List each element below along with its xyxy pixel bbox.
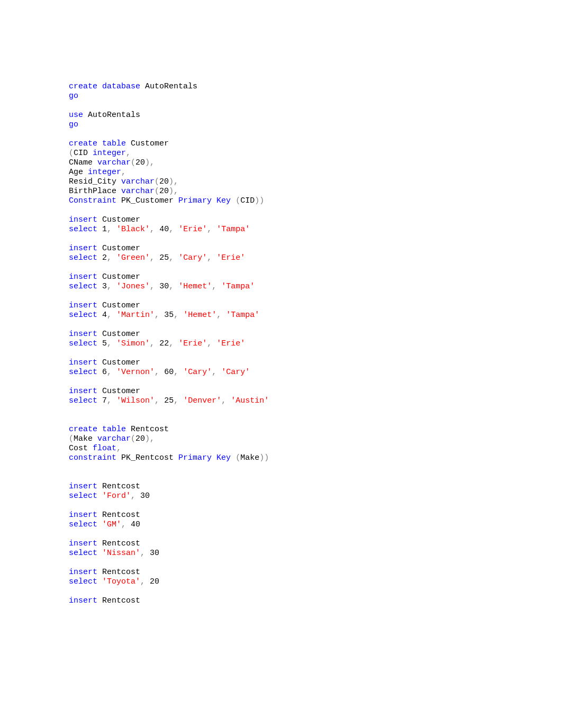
kw-create: create	[69, 82, 97, 91]
kw-database: database	[102, 82, 140, 91]
kw-select: select	[69, 282, 97, 291]
comma: ,	[207, 253, 212, 262]
comma: ,	[216, 311, 221, 320]
kw-insert: insert	[69, 215, 97, 224]
comma: ,	[121, 520, 126, 529]
id-customer: Customer	[102, 330, 140, 339]
kw-insert: insert	[69, 330, 97, 339]
kw-select: select	[69, 549, 97, 558]
paren-close-close: ))	[255, 196, 264, 205]
str-austin: 'Austin'	[231, 396, 269, 405]
paren-close-close: ))	[259, 453, 269, 462]
num-3: 3	[102, 282, 107, 291]
num-4: 4	[102, 311, 107, 320]
str-tampa: 'Tampa'	[216, 225, 250, 234]
num-20: 20	[150, 577, 159, 586]
str-cary: 'Cary'	[221, 368, 250, 377]
paren-close: )	[169, 177, 174, 186]
comma: ,	[140, 577, 145, 586]
comma: ,	[126, 149, 131, 158]
str-erie: 'Erie'	[178, 339, 207, 348]
paren-open: (	[131, 158, 135, 167]
id-age: Age	[69, 168, 83, 177]
num-6: 6	[102, 368, 107, 377]
comma: ,	[207, 225, 212, 234]
kw-float: float	[93, 444, 116, 453]
comma: ,	[150, 225, 155, 234]
id-pk-rentcost: PK_Rentcost	[121, 453, 174, 462]
kw-key: Key	[216, 196, 231, 205]
kw-primary: Primary	[178, 453, 212, 462]
id-rentcost: Rentcost	[102, 596, 140, 605]
comma: ,	[150, 158, 155, 167]
id-rentcost: Rentcost	[102, 539, 140, 548]
id-customer: Customer	[102, 215, 140, 224]
comma: ,	[107, 253, 112, 262]
id-cname: CName	[69, 158, 93, 167]
num-40: 40	[131, 520, 140, 529]
kw-select: select	[69, 396, 97, 405]
id-customer: Customer	[102, 387, 140, 396]
comma: ,	[107, 368, 112, 377]
kw-select: select	[69, 311, 97, 320]
id-customer: Customer	[102, 272, 140, 281]
comma: ,	[107, 396, 112, 405]
id-rentcost: Rentcost	[102, 482, 140, 491]
kw-insert: insert	[69, 387, 97, 396]
num-5: 5	[102, 339, 107, 348]
comma: ,	[107, 339, 112, 348]
comma: ,	[221, 396, 226, 405]
kw-insert: insert	[69, 358, 97, 367]
kw-insert: insert	[69, 539, 97, 548]
str-ford: 'Ford'	[102, 492, 131, 501]
kw-select: select	[69, 492, 97, 501]
kw-insert: insert	[69, 596, 97, 605]
kw-table: table	[102, 139, 126, 148]
comma: ,	[174, 311, 178, 320]
comma: ,	[150, 339, 155, 348]
num-20: 20	[135, 434, 145, 443]
comma: ,	[174, 177, 178, 186]
comma: ,	[150, 434, 155, 443]
id-autorentals: AutoRentals	[145, 82, 197, 91]
kw-select: select	[69, 520, 97, 529]
str-cary: 'Cary'	[183, 368, 212, 377]
str-hemet: 'Hemet'	[183, 311, 216, 320]
num-1: 1	[102, 225, 107, 234]
paren-open: (	[155, 177, 159, 186]
kw-varchar: varchar	[121, 187, 155, 196]
str-tampa: 'Tampa'	[226, 311, 259, 320]
kw-use: use	[69, 111, 83, 120]
str-green: 'Green'	[116, 253, 150, 262]
id-resid-city: Resid_City	[69, 177, 116, 186]
str-hemet: 'Hemet'	[178, 282, 212, 291]
id-cid: CID	[74, 149, 88, 158]
id-autorentals: AutoRentals	[88, 111, 140, 120]
num-20: 20	[159, 187, 169, 196]
num-25: 25	[164, 396, 174, 405]
str-cary: 'Cary'	[178, 253, 207, 262]
num-2: 2	[102, 253, 107, 262]
comma: ,	[169, 282, 174, 291]
num-7: 7	[102, 396, 107, 405]
kw-constraint: constraint	[69, 453, 116, 462]
id-rentcost: Rentcost	[102, 511, 140, 520]
kw-varchar: varchar	[97, 158, 131, 167]
num-25: 25	[159, 253, 169, 262]
num-22: 22	[159, 339, 169, 348]
code-block: create database AutoRentals go use AutoR…	[0, 0, 562, 728]
kw-insert: insert	[69, 272, 97, 281]
id-make: Make	[74, 434, 93, 443]
num-30: 30	[140, 492, 150, 501]
id-rentcost: Rentcost	[131, 425, 169, 434]
num-20: 20	[159, 177, 169, 186]
str-gm: 'GM'	[102, 520, 121, 529]
paren-open: (	[235, 453, 240, 462]
paren-open: (	[155, 187, 159, 196]
id-cost: Cost	[69, 444, 88, 453]
comma: ,	[174, 368, 178, 377]
str-vernon: 'Vernon'	[116, 368, 155, 377]
paren-close: )	[145, 158, 150, 167]
comma: ,	[174, 396, 178, 405]
num-60: 60	[164, 368, 174, 377]
